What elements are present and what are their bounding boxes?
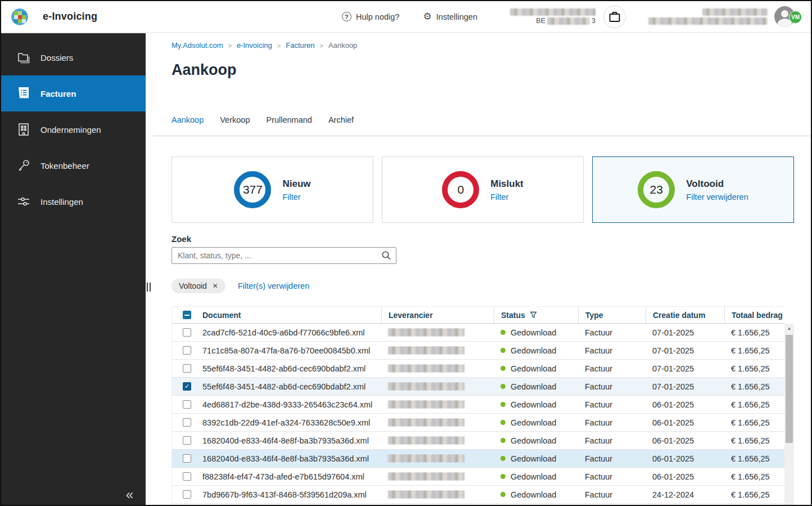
row-checkbox[interactable] bbox=[183, 490, 191, 499]
tab-prullenmand[interactable]: Prullenmand bbox=[266, 115, 312, 131]
col-totaal-bedrag[interactable]: Totaal bedrag bbox=[724, 307, 785, 323]
breadcrumb-link-facturen[interactable]: Facturen bbox=[286, 41, 314, 50]
redacted-supplier bbox=[388, 418, 464, 427]
select-all-cell[interactable] bbox=[172, 307, 196, 323]
settings-button[interactable]: ⚙ Instellingen bbox=[423, 12, 477, 21]
redacted-user-name bbox=[702, 8, 768, 16]
amount-cell: € 1.656,25 bbox=[724, 382, 785, 391]
select-all-checkbox[interactable] bbox=[183, 311, 191, 319]
company-switcher-button[interactable] bbox=[603, 6, 626, 28]
redacted-vat-number bbox=[547, 17, 590, 25]
col-creatie-datum[interactable]: Creatie datum bbox=[646, 307, 724, 323]
date-cell: 24-12-2024 bbox=[646, 490, 724, 499]
table-row[interactable]: f88238f4-ef47-473d-afed-e7b615d97604.xml… bbox=[172, 468, 784, 486]
adsolut-logo-icon bbox=[11, 8, 28, 25]
row-checkbox[interactable] bbox=[183, 418, 191, 427]
document-cell: 55ef6f48-3451-4482-ab6d-cec690bdabf2.xml bbox=[196, 364, 381, 373]
table-scrollbar[interactable]: ▲ bbox=[784, 324, 794, 505]
sidebar-item-ondernemingen[interactable]: Ondernemingen bbox=[1, 111, 146, 147]
row-checkbox[interactable]: ✓ bbox=[183, 382, 191, 391]
row-checkbox[interactable] bbox=[183, 364, 191, 373]
table-row[interactable]: 2cad7cf6-521d-40c9-a6bd-f77066c9bfe6.xml… bbox=[172, 324, 784, 342]
user-info bbox=[648, 7, 768, 26]
type-cell: Factuur bbox=[578, 400, 646, 409]
search-icon[interactable] bbox=[381, 250, 391, 263]
leverancier-cell bbox=[381, 364, 494, 373]
document-cell: 1682040d-e833-46f4-8e8f-ba3b7935a36d.xml bbox=[196, 454, 381, 463]
help-button[interactable]: ? Hulp nodig? bbox=[342, 12, 399, 21]
search-input[interactable] bbox=[172, 247, 396, 264]
date-cell: 07-01-2025 bbox=[646, 328, 724, 337]
sidebar-item-facturen[interactable]: Facturen bbox=[1, 75, 146, 111]
count-ring-voltooid: 23 bbox=[638, 171, 675, 208]
user-avatar[interactable]: VM bbox=[774, 6, 795, 27]
card-nieuw[interactable]: 377 Nieuw Filter bbox=[172, 156, 373, 223]
card-mislukt[interactable]: 0 Mislukt Filter bbox=[382, 156, 584, 223]
filter-funnel-icon[interactable] bbox=[530, 311, 537, 319]
col-status[interactable]: Status bbox=[494, 307, 578, 323]
filter-link-mislukt[interactable]: Filter bbox=[490, 192, 524, 201]
table-row[interactable]: 7bd9667b-9f63-413f-8468-5f39561d209a.xml… bbox=[172, 486, 784, 504]
status-dot-icon bbox=[500, 366, 506, 371]
status-cell: Gedownload bbox=[494, 346, 578, 355]
row-checkbox[interactable] bbox=[183, 346, 191, 355]
chip-label: Voltooid bbox=[179, 281, 207, 290]
breadcrumb-link-home[interactable]: My.Adsolut.com bbox=[172, 41, 223, 50]
col-leverancier[interactable]: Leverancier bbox=[381, 307, 494, 323]
search-label: Zoek bbox=[172, 234, 191, 244]
status-cell: Gedownload bbox=[494, 418, 578, 427]
leverancier-cell bbox=[381, 472, 494, 481]
date-cell: 06-01-2025 bbox=[646, 454, 724, 463]
company-info: BE 3 bbox=[510, 7, 596, 26]
filter-remove-link[interactable]: Filter verwijderen bbox=[686, 192, 748, 201]
row-checkbox[interactable] bbox=[183, 328, 191, 337]
table-row[interactable]: 4ed68817-d2be-438d-9333-265463c23c64.xml… bbox=[172, 396, 784, 414]
breadcrumb: My.Adsolut.com > e-Invoicing > Facturen … bbox=[172, 41, 357, 50]
col-type[interactable]: Type bbox=[578, 307, 646, 323]
row-checkbox[interactable] bbox=[183, 454, 191, 463]
sidebar-collapse-button[interactable]: « bbox=[126, 488, 133, 501]
breadcrumb-link-einvoicing[interactable]: e-Invoicing bbox=[237, 41, 272, 50]
chip-close-icon[interactable]: ✕ bbox=[213, 282, 218, 290]
sidebar-item-label: Facturen bbox=[40, 89, 76, 98]
status-dot-icon bbox=[500, 456, 506, 461]
breadcrumb-separator: > bbox=[228, 42, 232, 49]
table-row[interactable]: 1682040d-e833-46f4-8e8f-ba3b7935a36d.xml… bbox=[172, 450, 784, 468]
table-row[interactable]: 8392c1db-22d9-41ef-a324-7633628c50e9.xml… bbox=[172, 414, 784, 432]
table-row[interactable]: ✓55ef6f48-3451-4482-ab6d-cec690bdabf2.xm… bbox=[172, 378, 784, 396]
row-checkbox[interactable] bbox=[183, 436, 191, 445]
status-cell: Gedownload bbox=[494, 472, 578, 481]
sidebar-item-dossiers[interactable]: Dossiers bbox=[1, 39, 146, 75]
panel-resize-handle[interactable] bbox=[147, 283, 151, 292]
date-cell: 06-01-2025 bbox=[646, 436, 724, 445]
filter-link-nieuw[interactable]: Filter bbox=[282, 192, 310, 201]
tab-aankoop[interactable]: Aankoop bbox=[172, 115, 204, 131]
filter-chip-voltooid[interactable]: Voltooid ✕ bbox=[172, 279, 225, 293]
amount-cell: € 1.656,25 bbox=[724, 490, 785, 499]
card-voltooid[interactable]: 23 Voltooid Filter verwijderen bbox=[592, 156, 794, 223]
table-row[interactable]: 55ef6f48-3451-4482-ab6d-cec690bdabf2.xml… bbox=[172, 360, 784, 378]
sidebar-item-tokenbeheer[interactable]: Tokenbeheer bbox=[1, 147, 146, 183]
count-ring-nieuw: 377 bbox=[234, 171, 271, 208]
amount-cell: € 1.656,25 bbox=[724, 400, 785, 409]
status-dot-icon bbox=[500, 420, 506, 425]
document-cell: 8392c1db-22d9-41ef-a324-7633628c50e9.xml bbox=[196, 418, 381, 427]
row-checkbox[interactable] bbox=[183, 400, 191, 409]
scrollbar-thumb[interactable] bbox=[786, 335, 793, 443]
table-row[interactable]: 71c1c85a-807a-47fa-8a76-b70ee00845b0.xml… bbox=[172, 342, 784, 360]
table-row[interactable]: 1682040d-e833-46f4-8e8f-ba3b7935a36d.xml… bbox=[172, 432, 784, 450]
status-dot-icon bbox=[500, 384, 506, 389]
building-icon bbox=[16, 122, 31, 137]
redacted-supplier bbox=[388, 346, 464, 355]
tab-verkoop[interactable]: Verkoop bbox=[220, 115, 250, 131]
sidebar-item-instellingen[interactable]: Instellingen bbox=[1, 183, 146, 220]
card-label: Mislukt bbox=[490, 178, 524, 190]
document-cell: 2cad7cf6-521d-40c9-a6bd-f77066c9bfe6.xml bbox=[196, 328, 381, 337]
card-label: Nieuw bbox=[282, 178, 310, 190]
redacted-supplier bbox=[388, 328, 464, 337]
tab-archief[interactable]: Archief bbox=[328, 115, 354, 131]
scroll-up-arrow[interactable]: ▲ bbox=[784, 324, 794, 333]
clear-filters-link[interactable]: Filter(s) verwijderen bbox=[238, 281, 309, 290]
row-checkbox[interactable] bbox=[183, 472, 191, 481]
col-document[interactable]: Document bbox=[196, 307, 381, 323]
